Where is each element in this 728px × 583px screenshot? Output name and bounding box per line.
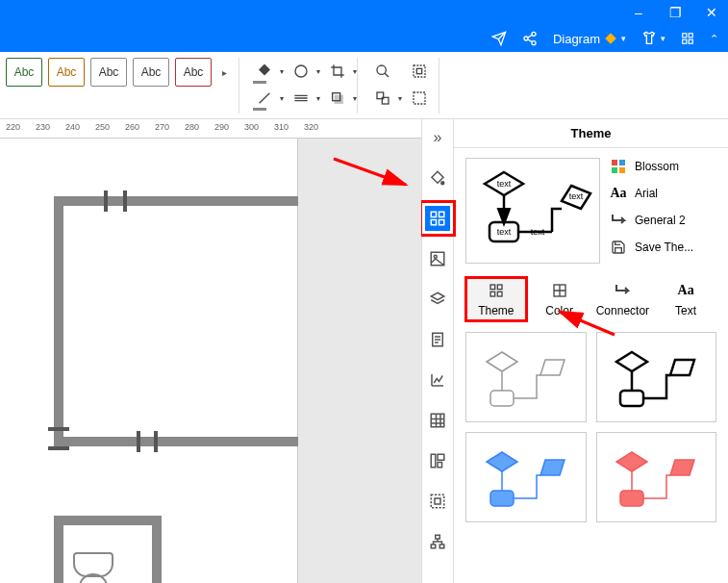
shape-circle-icon[interactable]: ▾	[288, 60, 314, 83]
crop-icon[interactable]: ▾	[324, 60, 351, 83]
line-color-icon[interactable]: ▾	[251, 87, 278, 110]
shadow-icon[interactable]: ▾	[324, 87, 351, 110]
line-style-icon[interactable]: ▾	[288, 87, 314, 110]
style-more-icon[interactable]: ▸	[217, 58, 231, 87]
search-icon[interactable]	[369, 60, 396, 83]
group-icon[interactable]: ▾	[369, 87, 396, 110]
toolbar: Abc Abc Abc Abc Abc ▸ ▾ ▾ ▾ ▾ ▾ ▾ ▾	[0, 52, 728, 119]
canvas[interactable]	[0, 139, 298, 583]
svg-text:text: text	[569, 191, 584, 201]
apps-icon[interactable]	[681, 32, 694, 45]
svg-rect-5	[683, 39, 687, 43]
align-panel-icon[interactable]	[425, 448, 450, 473]
svg-point-2	[532, 41, 536, 45]
svg-rect-33	[439, 545, 444, 548]
ruler-tick: 290	[214, 122, 229, 132]
theme-grid-icon	[489, 283, 504, 300]
svg-rect-29	[431, 494, 444, 508]
theme-option-blossom[interactable]: Blossom	[610, 158, 716, 175]
theme-thumbnail[interactable]	[596, 332, 717, 422]
style-swatch[interactable]: Abc	[48, 58, 85, 87]
option-label: Blossom	[635, 160, 679, 173]
svg-point-7	[295, 65, 307, 77]
annotation-arrow-icon	[552, 308, 619, 339]
save-icon	[610, 239, 627, 256]
svg-text:text: text	[497, 179, 512, 189]
option-label: Save The...	[635, 241, 693, 254]
svg-rect-44	[619, 167, 625, 173]
svg-rect-21	[439, 220, 444, 225]
ribbon-bar: Diagram ▾ ▾ ⌃	[0, 25, 728, 52]
send-icon[interactable]	[491, 31, 507, 46]
svg-rect-47	[490, 292, 495, 296]
connector-tab-icon	[615, 283, 630, 300]
org-panel-icon[interactable]	[425, 529, 450, 554]
diagram-dropdown[interactable]: Diagram ▾	[553, 32, 626, 46]
theme-thumbnail[interactable]	[465, 432, 587, 522]
svg-rect-42	[619, 160, 625, 165]
share-icon[interactable]	[522, 31, 538, 46]
svg-rect-28	[438, 463, 442, 468]
connector-icon	[610, 212, 627, 229]
ruler-tick: 300	[244, 122, 259, 132]
svg-rect-30	[435, 498, 440, 504]
theme-thumbnail[interactable]	[596, 432, 717, 522]
style-swatch[interactable]: Abc	[6, 58, 42, 87]
svg-rect-27	[438, 454, 444, 460]
theme-panel-icon[interactable]	[425, 206, 450, 231]
ruler-tick: 250	[95, 122, 110, 132]
theme-preview: text text text text	[465, 158, 600, 264]
image-panel-icon[interactable]	[425, 246, 450, 271]
theme-option-save[interactable]: Save The...	[610, 239, 716, 256]
collapse-panel-icon[interactable]: »	[425, 125, 450, 150]
theme-option-connector[interactable]: General 2	[610, 212, 716, 229]
focus-panel-icon[interactable]	[425, 489, 450, 514]
tshirt-icon[interactable]: ▾	[641, 31, 665, 46]
svg-rect-53	[620, 391, 643, 406]
tab-theme[interactable]: Theme	[465, 277, 527, 321]
panel-title: Theme	[454, 119, 728, 148]
svg-point-10	[377, 65, 386, 74]
chevron-up-icon[interactable]: ⌃	[710, 33, 718, 45]
theme-option-font[interactable]: Aa Arial	[610, 185, 716, 202]
ruler-tick: 260	[125, 122, 139, 132]
select-all-icon[interactable]	[406, 60, 433, 83]
svg-point-23	[434, 255, 437, 258]
palette-icon	[610, 158, 627, 175]
restore-button[interactable]: ❐	[666, 4, 684, 21]
main-area: 220 230 240 250 260 270 280 290 300 310 …	[0, 119, 728, 583]
theme-thumbnail[interactable]	[465, 332, 587, 422]
style-swatch[interactable]: Abc	[175, 58, 212, 87]
svg-rect-26	[431, 454, 436, 468]
svg-rect-3	[683, 34, 687, 38]
option-label: General 2	[635, 214, 686, 227]
page-panel-icon[interactable]	[425, 327, 450, 352]
close-button[interactable]: ✕	[703, 4, 720, 21]
layers-panel-icon[interactable]	[425, 287, 450, 312]
svg-rect-11	[414, 65, 425, 77]
tab-text[interactable]: Aa Text	[655, 277, 716, 321]
chart-panel-icon[interactable]	[425, 368, 450, 393]
theme-tabs: Theme Color Connector Aa Text	[465, 277, 716, 322]
color-grid-icon	[552, 283, 567, 300]
ruler-tick: 220	[6, 122, 20, 132]
canvas-zone[interactable]: 220 230 240 250 260 270 280 290 300 310 …	[0, 119, 421, 583]
svg-rect-31	[436, 535, 440, 539]
svg-rect-4	[689, 34, 692, 38]
style-swatch[interactable]: Abc	[90, 58, 127, 87]
style-gallery[interactable]: Abc Abc Abc Abc Abc ▸	[6, 58, 239, 114]
annotation-arrow-icon	[329, 154, 415, 192]
style-swatch[interactable]: Abc	[133, 58, 169, 87]
svg-rect-32	[431, 545, 436, 548]
table-panel-icon[interactable]	[425, 408, 450, 433]
svg-rect-43	[612, 167, 617, 173]
minimize-button[interactable]: –	[630, 4, 647, 21]
chevron-down-icon: ▾	[661, 34, 665, 43]
svg-rect-41	[612, 160, 617, 165]
tab-label: Theme	[478, 304, 514, 317]
text-tab-icon: Aa	[678, 283, 694, 300]
fill-bucket-icon[interactable]: ▾	[251, 60, 278, 83]
fill-panel-icon[interactable]	[425, 165, 450, 190]
font-icon: Aa	[610, 185, 627, 202]
deselect-icon[interactable]	[406, 87, 433, 110]
